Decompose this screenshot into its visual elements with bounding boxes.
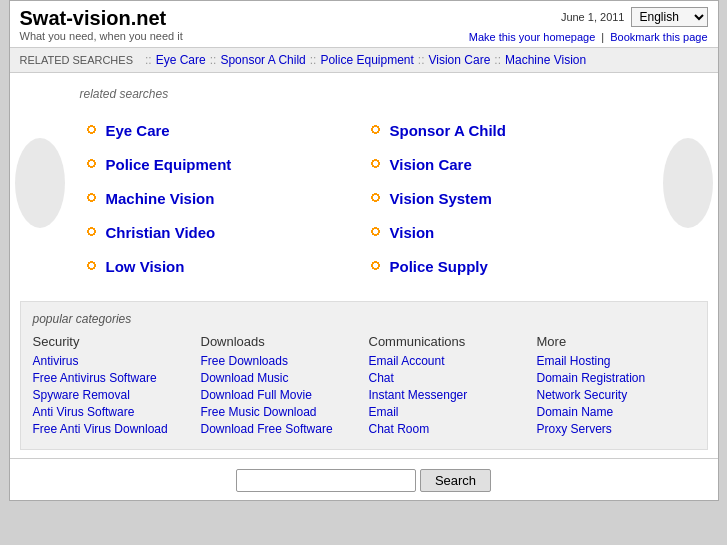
- list-item: ⭘ Vision: [364, 215, 648, 249]
- nav-sep-1: ::: [210, 53, 217, 67]
- category-security: Security Antivirus Free Antivirus Softwa…: [33, 334, 191, 439]
- list-item: ⭘ Vision Care: [364, 147, 648, 181]
- cat-link-antivirus[interactable]: Antivirus: [33, 354, 191, 368]
- list-item: ⭘ Christian Video: [80, 215, 364, 249]
- arrow-icon: ⭘: [84, 257, 100, 275]
- link-police-equipment[interactable]: Police Equipment: [106, 156, 232, 173]
- arrow-icon: ⭘: [84, 189, 100, 207]
- cat-link-email[interactable]: Email: [369, 405, 527, 419]
- cat-link-antivirus-software[interactable]: Anti Virus Software: [33, 405, 191, 419]
- cat-link-proxy[interactable]: Proxy Servers: [537, 422, 695, 436]
- arrow-icon: ⭘: [84, 223, 100, 241]
- cat-link-chat[interactable]: Chat: [369, 371, 527, 385]
- cat-link-domain-reg[interactable]: Domain Registration: [537, 371, 695, 385]
- cat-link-domain-name[interactable]: Domain Name: [537, 405, 695, 419]
- list-item: ⭘ Police Supply: [364, 249, 648, 283]
- cat-link-free-music[interactable]: Free Music Download: [201, 405, 359, 419]
- nav-sep-4: ::: [494, 53, 501, 67]
- list-item: ⭘ Police Equipment: [80, 147, 364, 181]
- arrow-icon: ⭘: [368, 121, 384, 139]
- bookmark-link[interactable]: Bookmark this page: [610, 31, 707, 43]
- search-button[interactable]: Search: [420, 469, 491, 492]
- categories-grid: Security Antivirus Free Antivirus Softwa…: [33, 334, 695, 439]
- top-links: Make this your homepage | Bookmark this …: [469, 31, 708, 43]
- link-eye-care[interactable]: Eye Care: [106, 122, 170, 139]
- arrow-icon: ⭘: [368, 189, 384, 207]
- arrow-icon: ⭘: [368, 155, 384, 173]
- cat-link-free-downloads[interactable]: Free Downloads: [201, 354, 359, 368]
- nav-link-sponsor[interactable]: Sponsor A Child: [220, 53, 305, 67]
- link-sponsor-child[interactable]: Sponsor A Child: [390, 122, 506, 139]
- arrow-icon: ⭘: [368, 223, 384, 241]
- related-label: related searches: [80, 87, 648, 101]
- cat-link-download-software[interactable]: Download Free Software: [201, 422, 359, 436]
- link-vision-system[interactable]: Vision System: [390, 190, 492, 207]
- popular-section: popular categories Security Antivirus Fr…: [20, 301, 708, 450]
- make-homepage-link[interactable]: Make this your homepage: [469, 31, 596, 43]
- link-police-supply[interactable]: Police Supply: [390, 258, 488, 275]
- category-more: More Email Hosting Domain Registration N…: [537, 334, 695, 439]
- nav-link-eye-care[interactable]: Eye Care: [156, 53, 206, 67]
- related-links-grid: ⭘ Eye Care ⭘ Sponsor A Child ⭘ Police Eq…: [80, 113, 648, 283]
- cat-link-download-movie[interactable]: Download Full Movie: [201, 388, 359, 402]
- nav-sep-3: ::: [418, 53, 425, 67]
- nav-link-vision-care[interactable]: Vision Care: [429, 53, 491, 67]
- cat-header-downloads: Downloads: [201, 334, 359, 349]
- cat-link-chat-room[interactable]: Chat Room: [369, 422, 527, 436]
- list-item: ⭘ Sponsor A Child: [364, 113, 648, 147]
- cat-link-spyware[interactable]: Spyware Removal: [33, 388, 191, 402]
- list-item: ⭘ Low Vision: [80, 249, 364, 283]
- left-decoration: [10, 73, 70, 293]
- nav-link-machine[interactable]: Machine Vision: [505, 53, 586, 67]
- list-item: ⭘ Eye Care: [80, 113, 364, 147]
- cat-link-free-anti-download[interactable]: Free Anti Virus Download: [33, 422, 191, 436]
- nav-label: RELATED SEARCHES: [20, 54, 134, 66]
- top-links-sep: |: [601, 31, 604, 43]
- main-content: related searches ⭘ Eye Care ⭘ Sponsor A …: [10, 73, 718, 293]
- list-item: ⭘ Vision System: [364, 181, 648, 215]
- top-bar: Swat-vision.net What you need, when you …: [10, 1, 718, 48]
- list-item: ⭘ Machine Vision: [80, 181, 364, 215]
- site-tagline: What you need, when you need it: [20, 30, 183, 42]
- date-lang-row: June 1, 2011 English Español Français De…: [469, 7, 708, 27]
- link-vision[interactable]: Vision: [390, 224, 435, 241]
- category-downloads: Downloads Free Downloads Download Music …: [201, 334, 359, 439]
- cat-link-download-music[interactable]: Download Music: [201, 371, 359, 385]
- link-vision-care[interactable]: Vision Care: [390, 156, 472, 173]
- nav-link-police[interactable]: Police Equipment: [320, 53, 413, 67]
- link-low-vision[interactable]: Low Vision: [106, 258, 185, 275]
- category-communications: Communications Email Account Chat Instan…: [369, 334, 527, 439]
- arrow-icon: ⭘: [84, 121, 100, 139]
- cat-header-security: Security: [33, 334, 191, 349]
- right-decoration: [658, 73, 718, 293]
- cat-link-email-hosting[interactable]: Email Hosting: [537, 354, 695, 368]
- arrow-icon: ⭘: [368, 257, 384, 275]
- left-circle: [15, 138, 65, 228]
- cat-link-email-account[interactable]: Email Account: [369, 354, 527, 368]
- link-machine-vision[interactable]: Machine Vision: [106, 190, 215, 207]
- cat-link-free-antivirus[interactable]: Free Antivirus Software: [33, 371, 191, 385]
- top-right: June 1, 2011 English Español Français De…: [469, 7, 708, 43]
- language-selector[interactable]: English Español Français Deutsch: [631, 7, 708, 27]
- center-content: related searches ⭘ Eye Care ⭘ Sponsor A …: [70, 73, 658, 293]
- search-input[interactable]: [236, 469, 416, 492]
- cat-header-more: More: [537, 334, 695, 349]
- cat-header-communications: Communications: [369, 334, 527, 349]
- nav-sep-0: ::: [145, 53, 152, 67]
- right-circle: [663, 138, 713, 228]
- site-logo: Swat-vision.net: [20, 7, 183, 30]
- popular-label: popular categories: [33, 312, 695, 326]
- date-display: June 1, 2011: [561, 11, 625, 23]
- link-christian-video[interactable]: Christian Video: [106, 224, 216, 241]
- logo-area: Swat-vision.net What you need, when you …: [20, 7, 183, 42]
- arrow-icon: ⭘: [84, 155, 100, 173]
- nav-sep-2: ::: [310, 53, 317, 67]
- cat-link-instant-messenger[interactable]: Instant Messenger: [369, 388, 527, 402]
- search-bar: Search: [10, 458, 718, 500]
- cat-link-network-security[interactable]: Network Security: [537, 388, 695, 402]
- nav-bar: RELATED SEARCHES :: Eye Care :: Sponsor …: [10, 48, 718, 73]
